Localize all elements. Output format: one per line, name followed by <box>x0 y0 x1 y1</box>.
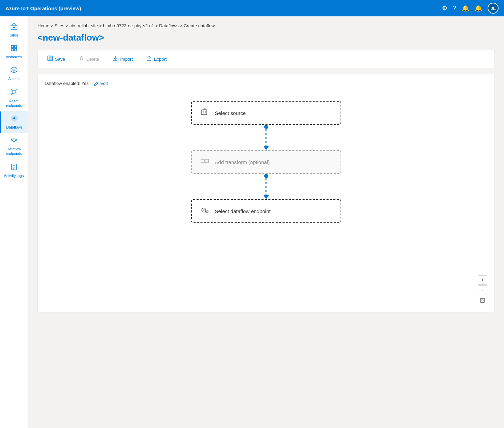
svg-rect-41 <box>205 159 208 163</box>
transform-label: Add transform (optional) <box>215 159 270 165</box>
svg-rect-40 <box>201 159 204 163</box>
connector-arrow-2 <box>263 195 269 199</box>
connector-arrow-1 <box>263 146 269 150</box>
svg-point-44 <box>203 209 204 211</box>
zoom-reset-button[interactable] <box>478 296 487 305</box>
transform-node-icon <box>200 156 210 168</box>
asset-endpoints-icon <box>10 88 18 98</box>
save-label: Save <box>55 57 65 62</box>
svg-point-9 <box>11 90 12 91</box>
sidebar: Sites Instances Assets <box>0 16 28 428</box>
import-icon <box>113 56 118 62</box>
activity-logs-icon <box>10 163 18 172</box>
svg-marker-7 <box>12 69 16 72</box>
sidebar-dataflows-label: Dataflows <box>6 125 23 130</box>
svg-rect-47 <box>480 298 485 302</box>
page-title: <new-dataflow> <box>38 32 494 43</box>
notifications-icon[interactable]: 🔔 <box>462 4 469 12</box>
svg-point-18 <box>11 139 12 141</box>
transform-node[interactable]: Add transform (optional) <box>191 150 341 174</box>
svg-rect-5 <box>14 48 17 51</box>
svg-point-11 <box>11 93 12 94</box>
sites-icon <box>10 23 18 32</box>
svg-line-34 <box>97 83 98 84</box>
assets-icon <box>10 66 18 75</box>
main-content: Home > Sites > aio_rellab_site > bimbo-0… <box>28 16 504 428</box>
sidebar-activity-logs-label: Activity logs <box>4 174 24 178</box>
sidebar-item-assets[interactable]: Assets <box>0 63 28 85</box>
zoom-out-button[interactable]: − <box>478 285 487 295</box>
main-layout: Sites Instances Assets <box>0 16 504 428</box>
edit-icon <box>94 81 99 86</box>
connector-1 <box>263 125 269 150</box>
sidebar-item-activity-logs[interactable]: Activity logs <box>0 160 28 181</box>
sidebar-assets-label: Assets <box>8 77 19 81</box>
svg-rect-38 <box>205 111 206 112</box>
svg-rect-28 <box>48 58 52 60</box>
delete-label: Delete <box>86 57 99 62</box>
delete-icon <box>79 56 84 62</box>
zoom-in-button[interactable]: + <box>478 275 487 285</box>
source-node-icon <box>200 107 210 119</box>
avatar[interactable]: JL <box>488 3 499 14</box>
connector-dot-1 <box>264 125 268 129</box>
enabled-label: Dataflow enabled: Yes <box>45 81 89 86</box>
sidebar-asset-endpoints-label: Asset endpoints <box>3 99 25 108</box>
import-button[interactable]: Import <box>110 54 135 64</box>
instances-icon <box>10 44 18 54</box>
svg-point-10 <box>16 90 17 91</box>
sidebar-item-dataflow-endpoints[interactable]: Dataflow endpoints <box>0 133 28 159</box>
svg-rect-1 <box>13 27 15 28</box>
svg-rect-39 <box>205 112 206 113</box>
alerts-icon[interactable]: 🔔 <box>475 4 482 12</box>
sidebar-item-instances[interactable]: Instances <box>0 41 28 63</box>
canvas-card: Dataflow enabled: Yes Edit <box>38 74 494 312</box>
enabled-row: Dataflow enabled: Yes Edit <box>45 81 487 86</box>
help-icon[interactable]: ? <box>453 5 456 12</box>
topbar-icons: ⚙ ? 🔔 🔔 JL <box>442 3 499 14</box>
app-title: Azure IoT Operations (preview) <box>5 5 442 11</box>
svg-rect-3 <box>14 45 17 48</box>
svg-point-19 <box>16 139 17 141</box>
flow-diagram: Select source <box>45 94 487 230</box>
svg-rect-27 <box>49 56 52 58</box>
svg-point-16 <box>13 117 15 119</box>
settings-icon[interactable]: ⚙ <box>442 4 447 12</box>
edit-button[interactable]: Edit <box>94 81 108 86</box>
breadcrumb: Home > Sites > aio_rellab_site > bimbo-0… <box>38 23 494 28</box>
connector-line-1 <box>265 129 267 146</box>
source-label: Select source <box>215 110 246 116</box>
svg-rect-2 <box>11 45 14 48</box>
sidebar-sites-label: Sites <box>10 33 18 38</box>
svg-rect-4 <box>11 48 14 51</box>
breadcrumb-text: Home > Sites > aio_rellab_site > bimbo-0… <box>38 23 215 28</box>
connector-2 <box>263 174 269 199</box>
export-label: Export <box>154 57 167 62</box>
topbar: Azure IoT Operations (preview) ⚙ ? 🔔 🔔 J… <box>0 0 504 16</box>
svg-marker-36 <box>203 108 207 110</box>
toolbar: Save Delete <box>38 50 494 68</box>
sidebar-instances-label: Instances <box>6 55 22 59</box>
sidebar-dataflow-endpoints-label: Dataflow endpoints <box>3 147 25 156</box>
endpoint-node[interactable]: Select dataflow endpoint <box>191 199 341 223</box>
edit-label: Edit <box>100 81 108 86</box>
zoom-controls: + − <box>478 275 487 305</box>
endpoint-node-icon <box>200 205 210 217</box>
sidebar-item-sites[interactable]: Sites <box>0 19 28 41</box>
dataflow-endpoints-icon <box>10 136 18 146</box>
sidebar-item-dataflows[interactable]: Dataflows <box>0 111 28 133</box>
endpoint-label: Select dataflow endpoint <box>215 208 271 214</box>
source-node[interactable]: Select source <box>191 101 341 125</box>
svg-point-46 <box>206 211 207 212</box>
delete-button[interactable]: Delete <box>76 54 102 64</box>
save-button[interactable]: Save <box>45 54 68 64</box>
sidebar-item-asset-endpoints[interactable]: Asset endpoints <box>0 85 28 111</box>
import-label: Import <box>120 57 133 62</box>
export-button[interactable]: Export <box>144 54 170 64</box>
connector-dot-2 <box>264 174 268 178</box>
svg-point-48 <box>482 300 483 301</box>
connector-line-2 <box>265 178 267 195</box>
svg-rect-37 <box>203 111 204 113</box>
dataflows-icon <box>11 115 18 124</box>
save-icon <box>47 56 53 62</box>
